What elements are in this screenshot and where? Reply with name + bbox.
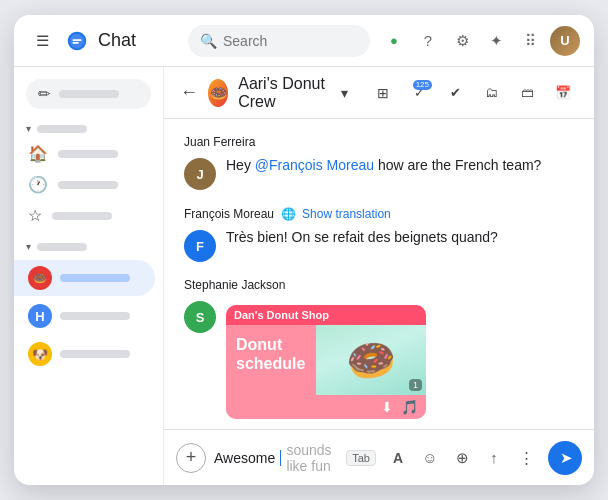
- message-suggestion: sounds like fun: [286, 442, 340, 474]
- attach-file-button[interactable]: ⊕: [448, 444, 476, 472]
- image-card-download-icon[interactable]: ⬇: [381, 399, 393, 415]
- search-icon: 🔍: [200, 33, 217, 49]
- video-call-button[interactable]: ⊞: [368, 78, 398, 108]
- translate-icon: 🌐: [280, 206, 296, 222]
- donut-emoji: 🍩: [342, 333, 399, 388]
- group-avatar: 🍩: [208, 79, 228, 107]
- input-action-buttons: A ☺ ⊕ ↑ ⋮: [384, 444, 540, 472]
- msg-content-juan: Hey @François Moreau how are the French …: [226, 156, 574, 176]
- image-card-header: Dan's Donut Shop: [226, 305, 426, 325]
- image-card-donut-side: 🍩 1: [316, 325, 426, 395]
- image-card: Dan's Donut Shop Donut schedule 🍩 1: [226, 305, 426, 419]
- search-bar[interactable]: 🔍: [188, 25, 370, 57]
- chat-avatar-h: H: [28, 304, 52, 328]
- google-chat-logo: [66, 30, 88, 52]
- back-button[interactable]: ←: [180, 82, 198, 103]
- archive-icon: 🗃: [521, 85, 534, 100]
- image-card-badge: 1: [409, 379, 422, 391]
- section-header-2[interactable]: ▾: [14, 237, 163, 256]
- upload-button[interactable]: ↑: [480, 444, 508, 472]
- settings-button[interactable]: ⚙: [448, 27, 476, 55]
- sidebar: ✏ ▾ 🏠 🕐 ☆ ▾: [14, 67, 164, 485]
- sender-name-francois: François Moreau: [184, 207, 274, 221]
- message-group-stephanie: Stephanie Jackson S Dan's Donut Shop Don…: [184, 278, 574, 419]
- topbar-icons: ● ? ⚙ ✦ ⠿ U: [380, 26, 580, 56]
- send-button[interactable]: ➤: [548, 441, 582, 475]
- messages-area: Juan Ferreira J Hey @François Moreau how…: [164, 119, 594, 429]
- section-header-1[interactable]: ▾: [14, 119, 163, 138]
- video-icon: ⊞: [377, 85, 389, 101]
- app-title: Chat: [98, 30, 136, 51]
- user-avatar[interactable]: U: [550, 26, 580, 56]
- msg-mention-francois: @François Moreau: [255, 157, 374, 173]
- emoji-button[interactable]: ☺: [416, 444, 444, 472]
- nav-label-starred: [52, 212, 112, 220]
- chat-title-dropdown-icon[interactable]: ▾: [341, 85, 348, 101]
- avatar-francois: F: [184, 230, 216, 262]
- upload-icon: ↑: [490, 449, 498, 466]
- folder-icon: 🗂: [485, 85, 498, 100]
- msg-content-francois: Très bien! On se refait des beignets qua…: [226, 228, 574, 248]
- message-input-typed: Awesome: [214, 450, 275, 466]
- nav-label-home: [58, 150, 118, 158]
- message-group-juan: Juan Ferreira J Hey @François Moreau how…: [184, 135, 574, 190]
- avatar-stephanie: S: [184, 301, 216, 333]
- archive-button[interactable]: 🗃: [512, 78, 542, 108]
- tab-key-hint[interactable]: Tab: [346, 450, 376, 466]
- format-text-button[interactable]: A: [384, 444, 412, 472]
- sparkle-button[interactable]: ✦: [482, 27, 510, 55]
- attach-icon: ⊕: [456, 449, 469, 467]
- avatar-inner-francois: F: [184, 230, 216, 262]
- msg-text-after-mention: how are the French team?: [374, 157, 541, 173]
- tasks-button[interactable]: ✓ 125: [404, 78, 434, 108]
- compose-icon: ✏: [38, 85, 51, 103]
- add-attachment-button[interactable]: +: [176, 443, 206, 473]
- sidebar-nav-starred[interactable]: ☆: [14, 200, 155, 231]
- image-card-mic-icon[interactable]: 🎵: [401, 399, 418, 415]
- chat-avatar-aari: 🍩: [28, 266, 52, 290]
- check-icon: ✔: [450, 85, 461, 100]
- section-arrow-1: ▾: [26, 123, 31, 134]
- calendar-button[interactable]: 📅: [548, 78, 578, 108]
- message-row-stephanie: S Dan's Donut Shop Donut schedule: [184, 299, 574, 419]
- message-cursor: [280, 450, 281, 466]
- help-button[interactable]: ?: [414, 27, 442, 55]
- image-card-body: Donut schedule 🍩 1: [226, 325, 426, 395]
- calendar-icon: 📅: [555, 85, 571, 100]
- more-options-button[interactable]: ⋮: [512, 444, 540, 472]
- message-input-area[interactable]: Awesome sounds like fun Tab: [214, 442, 376, 474]
- emoji-icon: ☺: [422, 449, 437, 466]
- chat-label-dog: [60, 350, 130, 358]
- msg-text-francois: Très bien! On se refait des beignets qua…: [226, 228, 574, 248]
- nav-label-recent: [58, 181, 118, 189]
- apps-button[interactable]: ⠿: [516, 27, 544, 55]
- msg-text-juan: Hey @François Moreau how are the French …: [226, 156, 574, 176]
- send-icon: ➤: [560, 449, 573, 467]
- format-text-icon: A: [393, 450, 403, 466]
- msg-content-stephanie: Dan's Donut Shop Donut schedule 🍩 1: [226, 299, 574, 419]
- compose-button[interactable]: ✏: [26, 79, 151, 109]
- search-input[interactable]: [223, 33, 358, 49]
- hamburger-menu-button[interactable]: ☰: [28, 27, 56, 55]
- sidebar-nav-home[interactable]: 🏠: [14, 138, 155, 169]
- image-card-text-side: Donut schedule: [226, 325, 316, 395]
- avatar-inner-stephanie: S: [184, 301, 216, 333]
- check-button[interactable]: ✔: [440, 78, 470, 108]
- chat-item-dog[interactable]: 🐶: [14, 336, 155, 372]
- show-translation-link[interactable]: Show translation: [302, 207, 391, 221]
- sidebar-nav-recent[interactable]: 🕐: [14, 169, 155, 200]
- message-row-francois: F Très bien! On se refait des beignets q…: [184, 228, 574, 262]
- image-card-footer: ⬇ 🎵: [226, 395, 426, 419]
- message-group-francois: François Moreau 🌐 Show translation F Trè…: [184, 206, 574, 262]
- header-action-icons: ⊞ ✓ 125 ✔ 🗂 🗃 📅: [368, 78, 578, 108]
- status-indicator[interactable]: ●: [380, 27, 408, 55]
- chat-item-h[interactable]: H: [14, 298, 155, 334]
- clock-icon: 🕐: [28, 175, 48, 194]
- folder-button[interactable]: 🗂: [476, 78, 506, 108]
- home-icon: 🏠: [28, 144, 48, 163]
- topbar-left: ☰ Chat: [28, 27, 178, 55]
- sender-name-juan: Juan Ferreira: [184, 135, 574, 149]
- chat-item-aari[interactable]: 🍩: [14, 260, 155, 296]
- tasks-badge: 125: [413, 80, 432, 90]
- section-label-1: [37, 125, 87, 133]
